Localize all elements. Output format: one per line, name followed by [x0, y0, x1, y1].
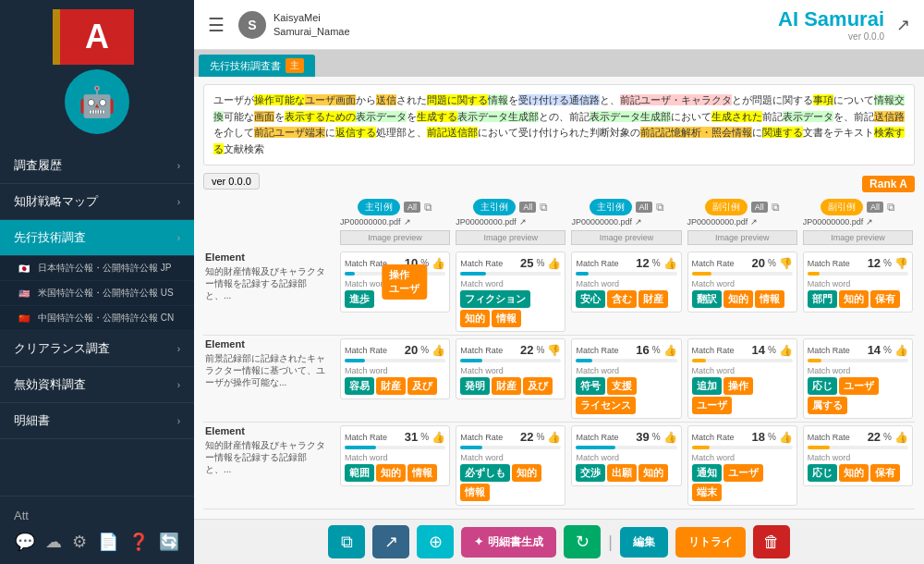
- refresh-button[interactable]: ↻: [564, 525, 601, 558]
- match-rate-bar: [692, 446, 793, 449]
- thumbup-icon[interactable]: 👍: [663, 431, 677, 444]
- cloud-icon[interactable]: ☁: [45, 532, 62, 552]
- chat-icon[interactable]: 💬: [15, 532, 35, 552]
- thumbup-icon[interactable]: 👍: [663, 344, 677, 357]
- brand-version: ver 0.0.0: [778, 31, 884, 42]
- copy-icon-5[interactable]: ⧉: [887, 201, 895, 214]
- chevron-icon: ›: [177, 197, 180, 207]
- export-button[interactable]: ↗: [372, 525, 409, 558]
- col-label-main-3: 主引例: [590, 199, 632, 215]
- col-header-1: 主引例 All ⧉ JP00000000.pdf ↗ Image preview: [340, 199, 450, 245]
- thumbup-icon[interactable]: 👍: [547, 257, 561, 270]
- image-preview-1: Image preview: [340, 230, 450, 245]
- help-icon[interactable]: ❓: [128, 532, 149, 552]
- match-words: 必ずしも 知的 情報: [460, 464, 561, 501]
- hamburger-icon[interactable]: ☰: [208, 14, 225, 36]
- copy-icon-1[interactable]: ⧉: [424, 201, 432, 214]
- image-preview-2: Image preview: [456, 230, 565, 245]
- thumbdown-icon[interactable]: 👎: [547, 344, 561, 357]
- thumbup-icon[interactable]: 👍: [894, 431, 908, 444]
- thumbup-icon[interactable]: 👍: [432, 344, 445, 357]
- retry-button[interactable]: リトライ: [675, 527, 746, 558]
- table-row: Element 知的財産情報及びキャラクター情報を記録する記録部と、... Ma…: [203, 423, 915, 509]
- match-words: 容易 財産 及び: [345, 377, 445, 395]
- meisaibo-button[interactable]: ✦ 明細書生成: [461, 527, 556, 558]
- sidebar-item-strategy[interactable]: 知財戦略マップ ›: [0, 184, 194, 220]
- thumbup-icon[interactable]: 👍: [547, 431, 561, 444]
- data-cell-3-3[interactable]: Match Rate 39 % 👍 Match word: [571, 425, 681, 486]
- sidebar: A 🤖 調査履歴 › 知財戦略マップ › 先行技術調査 › 🇯🇵 日本特許公報・…: [0, 0, 194, 564]
- topbar-right: AI Samurai ver 0.0.0 ↗: [778, 7, 910, 42]
- match-rate-bar: [808, 359, 908, 362]
- sidebar-item-meisai[interactable]: 明細書 ›: [0, 403, 194, 439]
- thumbup-icon[interactable]: 👍: [779, 431, 793, 444]
- sidebar-item-clearance[interactable]: クリアランス調査 ›: [0, 331, 194, 367]
- chevron-icon: ›: [177, 344, 180, 354]
- flag-us-icon: 🇺🇸: [18, 288, 33, 299]
- match-words: 交渉 出願 知的: [576, 464, 676, 482]
- thumbup-icon[interactable]: 👍: [432, 257, 445, 270]
- match-rate-bar: [460, 446, 561, 449]
- all-btn-2[interactable]: All: [519, 202, 536, 213]
- sidebar-subitem-jp[interactable]: 🇯🇵 日本特許公報・公開特許公報 JP: [0, 256, 194, 281]
- copy-icon-2[interactable]: ⧉: [540, 201, 548, 214]
- data-cell-2-2[interactable]: Match Rate 22 % 👎 Match word: [456, 338, 565, 399]
- sidebar-subitem-cn[interactable]: 🇨🇳 中国特許公報・公開特許公報 CN: [0, 306, 194, 331]
- document-icon[interactable]: 📄: [98, 532, 118, 552]
- thumbup-icon[interactable]: 👍: [432, 431, 445, 444]
- match-rate-bar: [808, 272, 908, 276]
- thumbup-icon[interactable]: 👍: [894, 344, 908, 357]
- data-cell-2-3[interactable]: Match Rate 16 % 👍 Match word: [571, 338, 681, 419]
- data-cell-2-5[interactable]: Match Rate 14 % 👍 Match word: [803, 338, 913, 419]
- settings-icon[interactable]: ⚙: [72, 532, 87, 552]
- patent-area: ユーザが操作可能なユーザ画面から送信された問題に関する情報を受け付ける通信路と、…: [194, 77, 924, 519]
- sidebar-nav: 調査履歴 › 知財戦略マップ › 先行技術調査 › 🇯🇵 日本特許公報・公開特許…: [0, 143, 194, 496]
- all-btn-3[interactable]: All: [636, 202, 652, 213]
- data-cell-1-4[interactable]: Match Rate 20 % 👎 Match word: [687, 251, 797, 313]
- data-cell-1-2[interactable]: Match Rate 25 % 👍 Match word: [456, 251, 565, 332]
- match-words: 範囲 知的 情報: [345, 464, 445, 482]
- user-text: KaisyaMei Samurai_Namae: [274, 11, 350, 38]
- external-link-icon[interactable]: ↗: [896, 15, 910, 35]
- data-cell-3-2[interactable]: Match Rate 22 % 👍 Match word: [456, 425, 565, 506]
- match-rate-bar: [460, 272, 561, 276]
- match-rate-bar: [460, 359, 561, 362]
- thumbdown-icon[interactable]: 👎: [779, 257, 793, 270]
- pdf-row-3: JP00000000.pdf ↗: [571, 217, 681, 227]
- sidebar-subitem-us[interactable]: 🇺🇸 米国特許公報・公開特許公報 US: [0, 281, 194, 306]
- main-content: ☰ S KaisyaMei Samurai_Namae AI Samurai v…: [194, 0, 924, 564]
- copy-icon-3[interactable]: ⧉: [656, 201, 664, 214]
- all-btn-5[interactable]: All: [867, 202, 883, 213]
- thumbup-icon[interactable]: 👍: [779, 344, 793, 357]
- data-cell-3-5[interactable]: Match Rate 22 % 👍 Match word: [803, 425, 913, 486]
- all-btn-1[interactable]: All: [404, 202, 420, 213]
- data-cell-3-4[interactable]: Match Rate 18 % 👍 Match word: [687, 425, 797, 506]
- layers-button[interactable]: ⧉: [328, 525, 365, 558]
- data-cell-1-5[interactable]: Match Rate 12 % 👎 Match word: [803, 251, 913, 313]
- sidebar-att: Att: [0, 504, 194, 527]
- tab-prior-art[interactable]: 先行技術調査書 主: [199, 55, 315, 77]
- henshu-button[interactable]: 編集: [620, 527, 668, 558]
- copy-icon-4[interactable]: ⧉: [772, 201, 780, 214]
- thumbdown-icon[interactable]: 👎: [894, 257, 908, 270]
- data-cell-1-1[interactable]: Match Rate 10 % 👍 Match word: [340, 251, 450, 313]
- col-header-2: 主引例 All ⧉ JP00000000.pdf ↗ Image preview: [456, 199, 565, 245]
- sidebar-item-prior[interactable]: 先行技術調査 ›: [0, 220, 194, 256]
- data-cell-2-4[interactable]: Match Rate 14 % 👍 Match word: [687, 338, 797, 419]
- match-words: フィクション 知的 情報: [460, 290, 561, 327]
- thumbup-icon[interactable]: 👍: [663, 257, 677, 270]
- delete-button[interactable]: 🗑: [753, 525, 790, 558]
- sidebar-item-history[interactable]: 調査履歴 ›: [0, 148, 194, 184]
- data-cell-2-1[interactable]: Match Rate 20 % 👍 Match word: [340, 338, 450, 399]
- wand-icon: ✦: [474, 535, 483, 548]
- chevron-icon: ›: [177, 416, 180, 426]
- zoom-button[interactable]: ⊕: [417, 525, 454, 558]
- data-cell-1-3[interactable]: Match Rate 12 % 👍 Match word: [571, 251, 681, 313]
- all-btn-4[interactable]: All: [751, 202, 768, 213]
- tab-bar: 先行技術調査書 主: [194, 50, 924, 77]
- col-label-sub-1: 副引例: [705, 199, 748, 215]
- sidebar-item-invalid[interactable]: 無効資料調査 ›: [0, 367, 194, 403]
- data-cell-3-1[interactable]: Match Rate 31 % 👍 Match word: [340, 425, 450, 486]
- version-badge: ver 0.0.0: [203, 173, 260, 190]
- refresh-icon[interactable]: 🔄: [159, 532, 179, 552]
